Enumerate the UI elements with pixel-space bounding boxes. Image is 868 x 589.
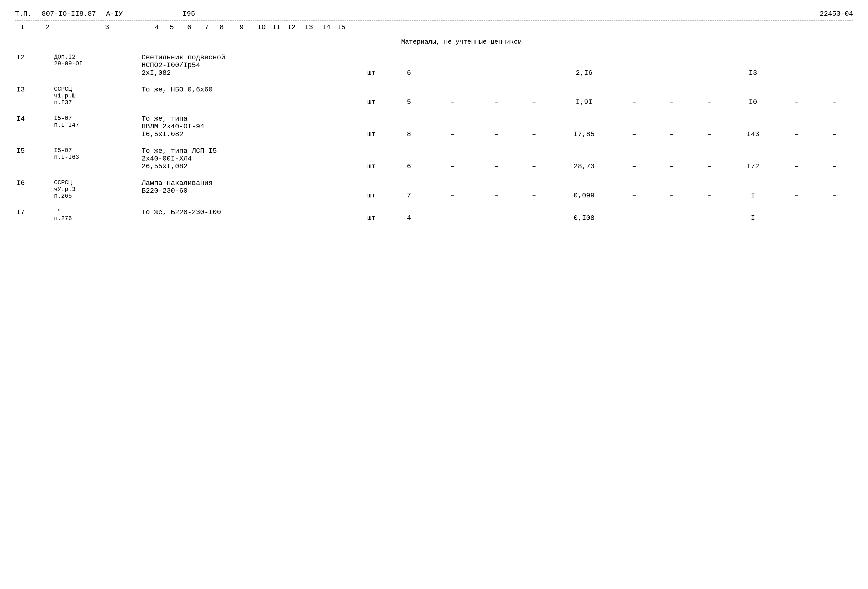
table-cell: Светильник подвесной НСПО2-І00/Ір54 2хІ,… bbox=[140, 52, 353, 79]
table-cell: – bbox=[653, 145, 691, 172]
col-header-8: 8 bbox=[214, 24, 229, 31]
table-cell: – bbox=[815, 84, 853, 108]
table-cell: – bbox=[478, 84, 515, 108]
col-header-1: І bbox=[15, 24, 30, 31]
table-cell: – bbox=[515, 52, 553, 79]
col-header-13: І3 bbox=[299, 24, 319, 31]
table-cell: – bbox=[691, 145, 728, 172]
header-section: А-ІУ bbox=[106, 10, 123, 18]
table-cell: І72 bbox=[728, 145, 778, 172]
table-cell: – bbox=[653, 177, 691, 201]
data-table: І2ДОп.І2 29-09-ОІСветильник подвесной НС… bbox=[15, 52, 853, 229]
table-cell: шт bbox=[353, 52, 390, 79]
table-cell: – bbox=[428, 145, 478, 172]
table-cell: – bbox=[428, 84, 478, 108]
table-cell: – bbox=[815, 145, 853, 172]
table-cell: – bbox=[815, 206, 853, 224]
table-cell: То же, Б220-230-І00 bbox=[140, 206, 353, 224]
col-header-10: ІО bbox=[254, 24, 269, 31]
table-cell: – bbox=[428, 113, 478, 140]
table-row: І2ДОп.І2 29-09-ОІСветильник подвесной НС… bbox=[15, 52, 853, 79]
table-cell: – bbox=[778, 145, 816, 172]
table-cell: шт bbox=[353, 177, 390, 201]
table-cell: 5 bbox=[390, 84, 428, 108]
col-header-4: 4 bbox=[149, 24, 164, 31]
table-cell: 7 bbox=[390, 177, 428, 201]
table-cell: – bbox=[515, 113, 553, 140]
table-cell: – bbox=[478, 113, 515, 140]
table-cell: – bbox=[515, 206, 553, 224]
row-gap bbox=[15, 172, 853, 177]
table-cell: – bbox=[616, 52, 653, 79]
table-cell: -"- п.276 bbox=[53, 206, 140, 224]
col-header-15: І5 bbox=[334, 24, 349, 31]
table-cell: І7,85 bbox=[553, 113, 616, 140]
table-cell: – bbox=[616, 145, 653, 172]
table-cell: І6 bbox=[15, 177, 53, 201]
header-page: І95 bbox=[183, 10, 195, 18]
table-cell: – bbox=[815, 177, 853, 201]
table-cell: – bbox=[515, 145, 553, 172]
table-cell: – bbox=[428, 52, 478, 79]
table-cell: – bbox=[653, 206, 691, 224]
header-label: Т.П. bbox=[15, 10, 32, 18]
table-cell: І2 bbox=[15, 52, 53, 79]
table-cell: То же, типа ЛСП І5– 2х40-00І-ХЛ4 26,55хІ… bbox=[140, 145, 353, 172]
table-cell: – bbox=[691, 206, 728, 224]
col-header-9: 9 bbox=[229, 24, 254, 31]
table-cell: І4 bbox=[15, 113, 53, 140]
col-header-3: 3 bbox=[65, 24, 149, 31]
section-header: Материалы, не учтенные ценником bbox=[15, 38, 853, 46]
table-cell: 8 bbox=[390, 113, 428, 140]
col-header-11: ІІ bbox=[269, 24, 284, 31]
header-right-code: 22453-04 bbox=[820, 10, 853, 18]
col-header-2: 2 bbox=[30, 24, 65, 31]
table-cell: 2,І6 bbox=[553, 52, 616, 79]
table-row: І3ССРСЦ ч1.р.Ш п.І37То же, НБО 0,6х60шт5… bbox=[15, 84, 853, 108]
table-cell: – bbox=[478, 145, 515, 172]
row-gap bbox=[15, 79, 853, 84]
table-cell: І43 bbox=[728, 113, 778, 140]
table-cell: ССРСЦ ч1.р.Ш п.І37 bbox=[53, 84, 140, 108]
column-headers: І 2 3 4 5 6 7 8 9 ІО ІІ І2 І3 І4 І5 bbox=[15, 22, 853, 34]
table-cell: То же, типа ПВЛМ 2х40-ОІ-94 І6,5хІ,082 bbox=[140, 113, 353, 140]
table-cell: Лампа накаливания Б220-230-60 bbox=[140, 177, 353, 201]
table-row: І6ССРСЦ чУ.р.3 п.265Лампа накаливания Б2… bbox=[15, 177, 853, 201]
table-cell: шт bbox=[353, 206, 390, 224]
row-gap bbox=[15, 140, 853, 145]
table-cell: – bbox=[778, 84, 816, 108]
table-row: І5І5-07 п.І-І63То же, типа ЛСП І5– 2х40-… bbox=[15, 145, 853, 172]
table-cell: – bbox=[691, 113, 728, 140]
table-cell: – bbox=[478, 52, 515, 79]
table-cell: – bbox=[616, 177, 653, 201]
table-cell: 0,І08 bbox=[553, 206, 616, 224]
table-cell: І5 bbox=[15, 145, 53, 172]
table-cell: І7 bbox=[15, 206, 53, 224]
table-cell: шт bbox=[353, 113, 390, 140]
table-row: І7-"- п.276То же, Б220-230-І00шт4–––0,І0… bbox=[15, 206, 853, 224]
table-row: І4І5-07 п.І-І47То же, типа ПВЛМ 2х40-ОІ-… bbox=[15, 113, 853, 140]
table-cell: – bbox=[515, 177, 553, 201]
table-cell: – bbox=[478, 206, 515, 224]
table-cell: – bbox=[815, 113, 853, 140]
row-gap bbox=[15, 108, 853, 113]
table-cell: – bbox=[653, 84, 691, 108]
table-cell: І5-07 п.І-І47 bbox=[53, 113, 140, 140]
table-cell: – bbox=[616, 113, 653, 140]
header-doc-number: 807-ІО-ІІ8.87 bbox=[41, 10, 96, 18]
table-cell: – bbox=[691, 84, 728, 108]
table-cell: шт bbox=[353, 145, 390, 172]
table-cell: – bbox=[691, 52, 728, 79]
col-header-5: 5 bbox=[164, 24, 179, 31]
table-cell: І,9І bbox=[553, 84, 616, 108]
table-cell: – bbox=[778, 177, 816, 201]
col-header-7: 7 bbox=[199, 24, 214, 31]
table-cell: – bbox=[515, 84, 553, 108]
table-cell: ССРСЦ чУ.р.3 п.265 bbox=[53, 177, 140, 201]
table-cell: То же, НБО 0,6х60 bbox=[140, 84, 353, 108]
table-cell: – bbox=[478, 177, 515, 201]
table-cell: ДОп.І2 29-09-ОІ bbox=[53, 52, 140, 79]
table-cell: – bbox=[778, 206, 816, 224]
table-cell: І5-07 п.І-І63 bbox=[53, 145, 140, 172]
table-cell: І3 bbox=[728, 52, 778, 79]
